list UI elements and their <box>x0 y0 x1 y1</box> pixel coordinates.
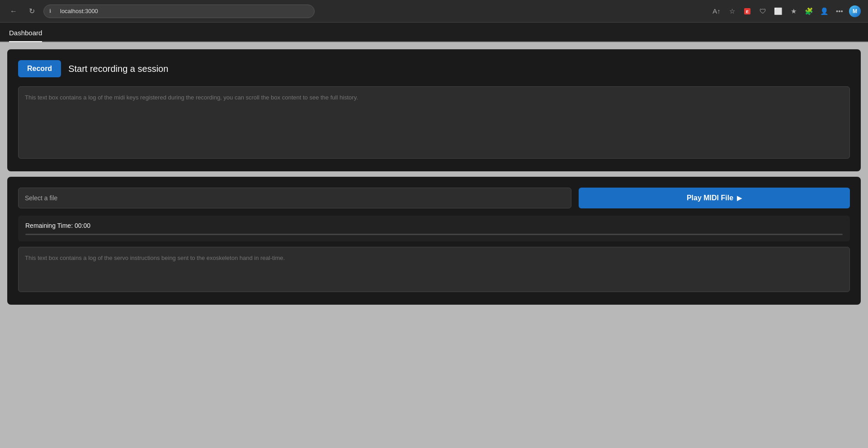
main-content: Dashboard Record Start recording a sessi… <box>0 23 868 448</box>
page-content: Record Start recording a session Select … <box>0 42 868 448</box>
more-icon[interactable]: ••• <box>834 5 845 17</box>
record-heading: Start recording a session <box>68 64 168 74</box>
midi-log-textarea[interactable] <box>18 86 850 159</box>
reader-icon[interactable]: A↑ <box>711 5 722 17</box>
record-button[interactable]: Record <box>18 60 61 77</box>
app-header: Dashboard <box>0 23 868 42</box>
extension-icon[interactable]: E <box>741 5 753 17</box>
play-icon: ▶ <box>737 194 742 202</box>
favorites-icon[interactable]: ☆ <box>726 5 738 17</box>
file-select[interactable]: Select a file <box>18 188 571 208</box>
record-card-header: Record Start recording a session <box>18 60 850 77</box>
accounts-icon[interactable]: 👤 <box>818 5 830 17</box>
svg-text:E: E <box>746 9 749 14</box>
play-midi-label: Play MIDI File <box>687 194 733 202</box>
record-card: Record Start recording a session <box>7 49 861 171</box>
remaining-time-section: Remaining Time: 00:00 <box>18 216 850 241</box>
browser-toolbar: A↑ ☆ E 🛡 ⬜ ★ 🧩 👤 ••• M <box>711 5 861 17</box>
profile-avatar[interactable]: M <box>849 5 861 17</box>
progress-bar-container <box>25 234 843 235</box>
midi-player-card: Select a file Play MIDI File ▶ Remaining… <box>7 177 861 305</box>
browser-chrome: ← ↻ ℹ localhost:3000 A↑ ☆ E 🛡 ⬜ ★ 🧩 👤 ••… <box>0 0 868 23</box>
url-text: localhost:3000 <box>60 8 98 14</box>
servo-log-textarea[interactable] <box>18 247 850 292</box>
back-button[interactable]: ← <box>7 5 20 18</box>
play-midi-button[interactable]: Play MIDI File ▶ <box>579 188 850 208</box>
dashboard-tab[interactable]: Dashboard <box>9 23 42 42</box>
lock-icon: ℹ <box>49 8 51 14</box>
collections-icon[interactable]: ★ <box>788 5 799 17</box>
midi-player-row: Select a file Play MIDI File ▶ <box>18 188 850 208</box>
address-bar[interactable]: ℹ localhost:3000 <box>43 5 315 18</box>
shield-icon[interactable]: 🛡 <box>757 5 769 17</box>
extensions-icon[interactable]: 🧩 <box>803 5 815 17</box>
file-select-label: Select a file <box>25 194 57 202</box>
split-icon[interactable]: ⬜ <box>772 5 784 17</box>
remaining-time-label: Remaining Time: 00:00 <box>25 222 843 229</box>
refresh-button[interactable]: ↻ <box>25 5 38 18</box>
